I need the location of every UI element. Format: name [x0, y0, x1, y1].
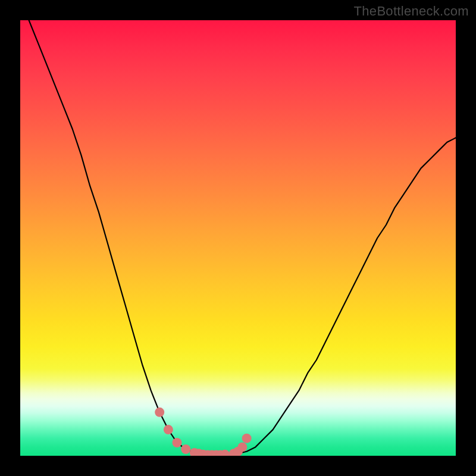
data-point-marker: [164, 425, 173, 434]
data-point-marker: [242, 434, 252, 443]
bottleneck-curve-path: [29, 20, 456, 455]
data-point-marker: [173, 438, 182, 447]
chart-container: TheBottleneck.com: [0, 0, 476, 476]
marker-group: [155, 408, 251, 456]
watermark-text: TheBottleneck.com: [354, 4, 469, 19]
data-point-marker: [155, 408, 164, 417]
curve-svg: [20, 20, 456, 456]
data-point-marker: [237, 442, 247, 452]
data-point-marker: [181, 444, 190, 454]
plot-area: [20, 20, 456, 456]
